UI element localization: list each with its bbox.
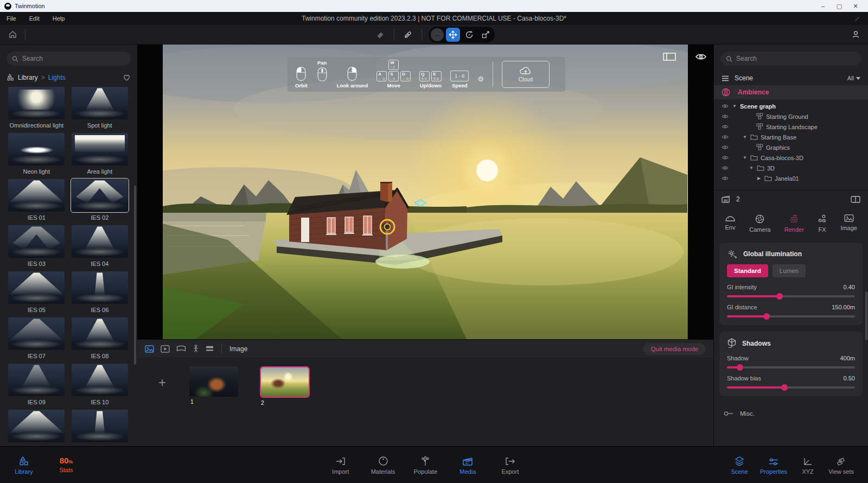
dock-populate[interactable]: Populate: [413, 455, 437, 475]
list-menu-icon[interactable]: [722, 75, 729, 81]
dock-export[interactable]: Export: [498, 455, 522, 475]
slider-knob[interactable]: [737, 364, 743, 371]
light-thumbnail[interactable]: [8, 271, 65, 304]
move-tool-button[interactable]: [446, 28, 460, 42]
eye-icon[interactable]: [722, 155, 729, 160]
library-item[interactable]: Omnidirectional light: [8, 87, 66, 129]
add-media-button[interactable]: +: [157, 375, 168, 390]
media-thumbnail-image[interactable]: [189, 366, 238, 397]
light-thumbnail[interactable]: [72, 271, 128, 304]
tab-render[interactable]: Render: [784, 214, 804, 233]
library-item[interactable]: IES 01: [8, 179, 66, 221]
tree-row[interactable]: Starting Landscape: [714, 122, 868, 132]
media-sets-icon[interactable]: [206, 345, 214, 352]
dock-scene[interactable]: Scene: [727, 455, 751, 475]
tab-fx[interactable]: FX: [818, 214, 827, 233]
slider-knob[interactable]: [776, 293, 783, 300]
media-thumb-1[interactable]: 1: [189, 366, 238, 405]
scene-search[interactable]: [720, 52, 861, 66]
tab-camera[interactable]: Camera: [749, 214, 770, 233]
overlay-settings-gear-icon[interactable]: ⚙: [477, 75, 484, 83]
library-item[interactable]: IES 04: [71, 225, 129, 267]
3d-viewport[interactable]: Orbit Pan: [163, 45, 688, 339]
light-thumbnail[interactable]: [8, 133, 65, 166]
account-icon[interactable]: [851, 30, 860, 39]
dock-materials[interactable]: Materials: [371, 455, 395, 475]
light-thumbnail[interactable]: [72, 364, 128, 396]
ambience-row[interactable]: Ambience: [714, 85, 868, 99]
breadcrumb-current[interactable]: Lights: [48, 74, 66, 81]
scale-tool-button[interactable]: [478, 28, 493, 42]
tab-env[interactable]: Env: [725, 214, 736, 233]
cloud-button[interactable]: Cloud: [502, 61, 550, 88]
edit-pencil-icon[interactable]: [854, 16, 860, 22]
visibility-eye-icon[interactable]: [695, 53, 706, 60]
shadow-slider[interactable]: [727, 366, 855, 368]
misc-section[interactable]: Misc.: [724, 410, 860, 417]
eye-icon[interactable]: [722, 124, 729, 129]
library-item[interactable]: Spot light: [71, 87, 129, 129]
dock-stats[interactable]: 80% Stats: [54, 456, 78, 473]
dock-media[interactable]: Media: [456, 455, 480, 475]
maximize-button[interactable]: ▢: [831, 3, 847, 10]
shadow-bias-slider[interactable]: [727, 386, 855, 389]
library-search-input[interactable]: [22, 55, 125, 62]
library-item-selected[interactable]: IES 02: [71, 179, 129, 221]
tree-row[interactable]: ▼ Casa-blocos-3D: [714, 152, 868, 163]
light-thumbnail[interactable]: [72, 87, 128, 119]
home-button[interactable]: [5, 28, 20, 42]
dock-library[interactable]: Library: [12, 455, 36, 475]
dock-xyz[interactable]: XYZ: [796, 455, 820, 475]
library-item[interactable]: IES 06: [71, 271, 129, 313]
media-video-icon[interactable]: [161, 345, 170, 353]
light-thumbnail[interactable]: [72, 179, 128, 212]
media-image-icon[interactable]: [145, 345, 154, 353]
gi-lumen-button[interactable]: Lumen: [773, 264, 806, 277]
eye-icon[interactable]: [722, 145, 729, 150]
gi-intensity-slider[interactable]: [727, 295, 855, 297]
menu-edit[interactable]: Edit: [23, 15, 46, 22]
favorites-heart-icon[interactable]: [123, 74, 131, 81]
light-thumbnail[interactable]: [8, 179, 65, 212]
library-item[interactable]: IES 10: [71, 364, 129, 405]
menu-help[interactable]: Help: [46, 15, 72, 22]
scene-filter-dropdown[interactable]: All: [847, 75, 860, 81]
minimize-button[interactable]: –: [815, 3, 831, 9]
eyedropper-icon[interactable]: [401, 28, 415, 42]
eye-icon[interactable]: [722, 114, 729, 119]
tree-row[interactable]: ▼ Starting Base: [714, 132, 868, 142]
tree-row[interactable]: Graphics: [714, 142, 868, 152]
light-thumbnail[interactable]: [8, 225, 65, 258]
slider-knob[interactable]: [781, 384, 788, 391]
light-thumbnail[interactable]: [8, 87, 65, 119]
quit-media-mode-button[interactable]: Quit media mode: [643, 343, 706, 355]
tree-row[interactable]: ▶ Janela01: [714, 173, 868, 183]
scene-panel-scrollbar[interactable]: [865, 291, 867, 340]
light-thumbnail[interactable]: [8, 364, 65, 396]
library-item[interactable]: Area light: [71, 133, 129, 175]
split-view-icon[interactable]: [663, 53, 676, 61]
media-presentation-icon[interactable]: [193, 345, 199, 353]
light-thumbnail[interactable]: [72, 225, 128, 258]
library-item[interactable]: IES 08: [71, 317, 129, 359]
library-search[interactable]: [7, 52, 131, 66]
rotate-tool-button[interactable]: [462, 28, 476, 42]
light-thumbnail[interactable]: [72, 410, 128, 442]
expand-arrow-icon[interactable]: ▼: [742, 135, 748, 139]
library-scrollbar[interactable]: [134, 186, 136, 365]
eye-icon[interactable]: [722, 166, 729, 170]
expand-arrow-icon[interactable]: ▼: [749, 166, 754, 170]
light-thumbnail[interactable]: [8, 410, 65, 442]
library-item[interactable]: IES 12: [71, 410, 129, 446]
slider-knob[interactable]: [763, 313, 770, 320]
light-thumbnail[interactable]: [72, 133, 128, 166]
expand-arrow-icon[interactable]: ▼: [732, 104, 737, 109]
light-thumbnail[interactable]: [72, 317, 128, 350]
tree-row-scene-graph[interactable]: ▼ Scene graph: [714, 101, 868, 111]
tree-row[interactable]: ▼ 3D: [714, 163, 868, 173]
light-thumbnail[interactable]: [8, 317, 65, 350]
media-thumb-2-selected[interactable]: 2: [260, 366, 310, 406]
tree-row[interactable]: Starting Ground: [714, 111, 868, 122]
close-button[interactable]: ✕: [847, 3, 864, 10]
dock-view-sets[interactable]: View sets: [828, 455, 854, 475]
